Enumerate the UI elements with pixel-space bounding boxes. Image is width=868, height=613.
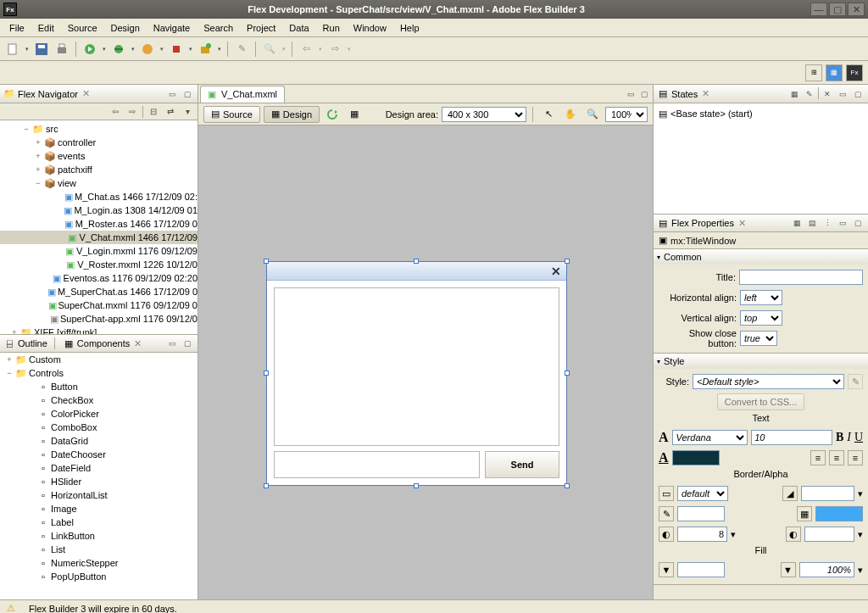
debug-button[interactable] bbox=[109, 40, 128, 59]
nav-tree-item[interactable]: +📦patchxiff bbox=[0, 163, 198, 176]
component-item[interactable]: ▫Button bbox=[0, 380, 198, 393]
forward-nav-button[interactable]: ⇨ bbox=[125, 105, 139, 119]
flex-dev-perspective[interactable]: ▦ bbox=[826, 64, 843, 81]
title-window-component[interactable]: ✕ Send bbox=[266, 261, 567, 486]
nav-tree-item[interactable]: −📁src bbox=[0, 122, 198, 136]
menu-run[interactable]: Run bbox=[317, 20, 346, 36]
zoom-tool-button[interactable]: 🔍 bbox=[583, 105, 602, 124]
menu-navigate[interactable]: Navigate bbox=[147, 20, 196, 36]
component-item[interactable]: +📁Custom bbox=[0, 353, 198, 366]
save-button[interactable] bbox=[32, 40, 51, 59]
style-section-header[interactable]: ▾Style bbox=[654, 354, 868, 369]
pan-tool-button[interactable]: ✋ bbox=[561, 105, 580, 124]
component-item[interactable]: ▫Label bbox=[0, 515, 198, 529]
states-maximize-button[interactable]: ▢ bbox=[851, 87, 865, 101]
underline-button[interactable]: U bbox=[854, 431, 863, 444]
menu-data[interactable]: Data bbox=[283, 20, 314, 36]
back-nav-button[interactable]: ⇦ bbox=[108, 105, 122, 119]
minimize-button[interactable]: — bbox=[810, 3, 827, 16]
close-select[interactable]: true bbox=[740, 331, 777, 346]
new-state-button[interactable]: ▦ bbox=[787, 87, 801, 101]
back-button[interactable]: ⇦ bbox=[297, 40, 315, 59]
component-item[interactable]: −📁Controls bbox=[0, 366, 198, 380]
align-left-button[interactable]: ≡ bbox=[810, 450, 826, 465]
menu-source[interactable]: Source bbox=[62, 20, 103, 36]
menu-edit[interactable]: Edit bbox=[32, 20, 60, 36]
components-tab[interactable]: Components bbox=[77, 338, 130, 348]
category-view-button[interactable]: ▤ bbox=[805, 216, 819, 230]
style-wand-button[interactable]: ✎ bbox=[848, 374, 863, 389]
nav-tree-item[interactable]: ▣M_Roster.as 1466 17/12/09 0 bbox=[0, 217, 198, 231]
style-select[interactable]: <Default style> bbox=[693, 374, 844, 389]
design-mode-button[interactable]: ▦Design bbox=[264, 106, 320, 123]
menu-project[interactable]: Project bbox=[241, 20, 281, 36]
states-tab[interactable]: ▤States✕ ▦ ✎ ✕ ▭ ▢ bbox=[654, 85, 868, 103]
common-section-header[interactable]: ▾Common bbox=[654, 249, 868, 265]
resize-handle-s[interactable] bbox=[414, 483, 419, 488]
link-editor-button[interactable]: ⇄ bbox=[164, 105, 177, 119]
component-item[interactable]: ▫PopUpButton bbox=[0, 570, 198, 583]
resize-handle-n[interactable] bbox=[414, 259, 419, 264]
select-tool-button[interactable]: ↖ bbox=[539, 105, 558, 124]
component-item[interactable]: ▫HSlider bbox=[0, 475, 198, 488]
close-button[interactable]: ✕ bbox=[848, 3, 865, 16]
italic-button[interactable]: I bbox=[847, 431, 851, 444]
component-item[interactable]: ▫ComboBox bbox=[0, 421, 198, 434]
search-button[interactable]: 🔍 bbox=[260, 40, 279, 59]
bold-button[interactable]: B bbox=[836, 431, 843, 444]
nav-tree-item[interactable]: ▣SuperChat.mxml 1176 09/12/09 0 bbox=[0, 298, 198, 312]
title-window-close-icon[interactable]: ✕ bbox=[551, 265, 561, 278]
nav-tree-item[interactable]: ▣M_SuperChat.as 1466 17/12/09 0 bbox=[0, 285, 198, 298]
send-button[interactable]: Send bbox=[485, 451, 559, 478]
nav-tree-item[interactable]: +📁XIFF [xiff/trunk] bbox=[0, 326, 198, 334]
components-list[interactable]: +📁Custom−📁Controls▫Button▫CheckBox▫Color… bbox=[0, 353, 198, 599]
nav-tree-item[interactable]: ▣Eventos.as 1176 09/12/09 02:20 bbox=[0, 271, 198, 285]
forward-button[interactable]: ⇨ bbox=[326, 40, 344, 59]
run-button[interactable] bbox=[81, 40, 99, 59]
component-item[interactable]: ▫DataGrid bbox=[0, 434, 198, 448]
resize-handle-w[interactable] bbox=[264, 371, 269, 376]
nav-tree-item[interactable]: ▣SuperChat-app.xml 1176 09/12/0 bbox=[0, 312, 198, 326]
nav-tree-item[interactable]: −📦view bbox=[0, 176, 198, 190]
editor-minimize-button[interactable]: ▭ bbox=[624, 87, 637, 101]
nav-tree-item[interactable]: ▣V_Login.mxml 1176 09/12/09 bbox=[0, 244, 198, 258]
menu-file[interactable]: File bbox=[3, 20, 31, 36]
menu-design[interactable]: Design bbox=[105, 20, 146, 36]
editor-maximize-button[interactable]: ▢ bbox=[637, 87, 651, 101]
open-perspective-button[interactable]: ⊞ bbox=[805, 64, 822, 81]
halign-select[interactable]: left bbox=[740, 290, 782, 305]
alpha-view-button[interactable]: ⋮ bbox=[821, 216, 834, 230]
new-project-button[interactable] bbox=[196, 40, 214, 59]
component-item[interactable]: ▫CheckBox bbox=[0, 393, 198, 407]
source-mode-button[interactable]: ▤Source bbox=[203, 106, 260, 123]
maximize-button[interactable]: ▢ bbox=[829, 3, 846, 16]
component-item[interactable]: ▫NumericStepper bbox=[0, 556, 198, 570]
collapse-all-button[interactable]: ⊟ bbox=[147, 105, 160, 119]
resize-handle-e[interactable] bbox=[565, 371, 570, 376]
fill-color-swatch[interactable] bbox=[677, 562, 725, 577]
border-style-select[interactable]: default bbox=[677, 486, 728, 501]
bg-color-swatch[interactable] bbox=[815, 506, 863, 521]
components-maximize-button[interactable]: ▢ bbox=[181, 337, 194, 350]
navigator-tree[interactable]: −📁src+📦controller+📦events+📦patchxiff−📦vi… bbox=[0, 120, 198, 334]
editor-tab-vchat[interactable]: ▣ V_Chat.mxml bbox=[200, 86, 285, 103]
resize-handle-nw[interactable] bbox=[264, 259, 269, 264]
component-item[interactable]: ▫ColorPicker bbox=[0, 407, 198, 421]
bg-alpha-input[interactable] bbox=[804, 527, 854, 542]
properties-tab[interactable]: ▤Flex Properties✕ ▦ ▤ ⋮ ▭ ▢ bbox=[654, 214, 868, 232]
font-size-input[interactable] bbox=[751, 430, 832, 445]
align-center-button[interactable]: ≡ bbox=[829, 450, 844, 465]
align-right-button[interactable]: ≡ bbox=[848, 450, 863, 465]
component-item[interactable]: ▫DateChooser bbox=[0, 448, 198, 461]
zoom-select[interactable]: 100% bbox=[605, 107, 648, 122]
edit-state-button[interactable]: ✎ bbox=[803, 87, 816, 101]
refresh-button[interactable] bbox=[323, 105, 342, 124]
nav-tree-item[interactable]: +📦events bbox=[0, 149, 198, 163]
base-state-item[interactable]: ▤<Base state> (start) bbox=[657, 107, 865, 120]
resize-handle-ne[interactable] bbox=[565, 259, 570, 264]
delete-state-button[interactable]: ✕ bbox=[821, 87, 834, 101]
outline-tab[interactable]: Outline bbox=[18, 338, 47, 348]
corner-radius-input[interactable] bbox=[801, 486, 855, 501]
standard-view-button[interactable]: ▦ bbox=[790, 216, 804, 230]
font-color-swatch[interactable] bbox=[672, 450, 720, 465]
